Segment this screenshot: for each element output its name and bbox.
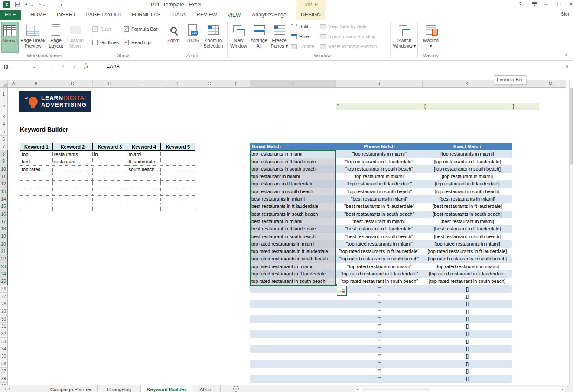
keyword-cell[interactable]: [93, 196, 127, 203]
row-header-9[interactable]: 9: [0, 158, 8, 165]
keyword-cell[interactable]: [53, 166, 93, 173]
broad-match-cell[interactable]: best restaurants in south beach: [250, 211, 336, 218]
keyword-cell[interactable]: [53, 196, 93, 203]
keyword-cell[interactable]: [127, 188, 161, 195]
exact-match-cell[interactable]: []: [423, 323, 512, 330]
row-header-34[interactable]: 34: [0, 345, 8, 353]
keyword-cell[interactable]: [93, 158, 127, 165]
broad-match-cell[interactable]: top restaurant in ft lauderdale: [250, 180, 336, 188]
keyword-cell[interactable]: [161, 181, 195, 188]
vertical-scrollbar-thumb[interactable]: [570, 88, 573, 164]
row-header-37[interactable]: 37: [0, 368, 8, 375]
row-header-12[interactable]: 12: [0, 181, 8, 188]
exact-match-cell[interactable]: [top restaurant in south beach]: [423, 188, 512, 195]
keyword-cell[interactable]: [161, 166, 195, 173]
keyword-cell[interactable]: [161, 151, 195, 158]
new-sheet-button[interactable]: +: [233, 386, 239, 392]
row-header-5[interactable]: 5: [0, 128, 8, 136]
exact-match-cell[interactable]: [top restaurants in ft lauderdale]: [423, 158, 512, 165]
keyword-cell[interactable]: [93, 173, 127, 181]
broad-match-cell[interactable]: [250, 360, 336, 368]
row-header-14[interactable]: 14: [0, 195, 8, 203]
keyword-cell[interactable]: restaurants: [53, 151, 93, 158]
exact-match-cell[interactable]: [top restaurants in miami]: [423, 150, 512, 158]
horizontal-scrollbar-thumb[interactable]: [363, 388, 430, 391]
sheet-tab-campaign-planner[interactable]: Campaign Planner: [45, 385, 98, 392]
exact-match-cell[interactable]: []: [423, 300, 512, 308]
keyword-cell[interactable]: [127, 196, 161, 203]
normal-view-button[interactable]: Normal: [1, 22, 19, 53]
row-header-11[interactable]: 11: [0, 173, 8, 180]
broad-match-cell[interactable]: top restaurants in south beach: [250, 165, 336, 173]
tab-data[interactable]: DATA: [167, 10, 191, 20]
headings-checkbox[interactable]: Headings: [124, 40, 151, 45]
exact-match-cell[interactable]: [best restaurant in ft lauderdale]: [423, 225, 512, 233]
phrase-match-cell[interactable]: "top restaurants in south beach": [336, 165, 423, 173]
help-icon[interactable]: ?: [519, 1, 522, 7]
broad-match-cell[interactable]: top restaurants in ft lauderdale: [250, 158, 336, 165]
keyword-cell[interactable]: [53, 181, 93, 188]
exact-match-cell[interactable]: []: [423, 375, 512, 382]
exact-match-cell[interactable]: [best restaurants in ft lauderdale]: [423, 203, 512, 210]
keyword-cell[interactable]: [20, 181, 53, 188]
column-header-D[interactable]: D: [93, 80, 127, 87]
tab-review[interactable]: REVIEW: [194, 10, 219, 20]
phrase-match-cell[interactable]: "top rated restaurant in south beach": [336, 278, 423, 285]
phrase-match-cell[interactable]: "top rated restaurants in ft lauderdale": [336, 248, 423, 255]
keyword-cell[interactable]: [93, 166, 127, 173]
phrase-match-cell[interactable]: "best restaurants in ft lauderdale": [336, 203, 423, 210]
column-header-F[interactable]: F: [161, 80, 195, 87]
phrase-match-cell[interactable]: "": [336, 293, 423, 300]
row-header-16[interactable]: 16: [0, 211, 8, 218]
sheet-nav-arrows[interactable]: ◂▸: [3, 386, 14, 391]
row-header-36[interactable]: 36: [0, 360, 8, 368]
phrase-match-cell[interactable]: "best restaurant in ft lauderdale": [336, 225, 423, 233]
tab-file[interactable]: FILE: [0, 10, 21, 20]
broad-match-cell[interactable]: [250, 293, 336, 300]
column-header-A[interactable]: A: [8, 80, 20, 87]
keyword-cell[interactable]: in: [93, 151, 127, 158]
row-header-8[interactable]: 8: [0, 150, 8, 158]
keyword-cell[interactable]: [20, 203, 53, 211]
broad-match-cell[interactable]: top restaurant in south beach: [250, 188, 336, 195]
exact-match-cell[interactable]: [best restaurants in south beach]: [423, 211, 512, 218]
keyword-cell[interactable]: miami: [127, 151, 161, 158]
sign-in-link[interactable]: Sign: [561, 11, 570, 16]
exact-match-cell[interactable]: []: [423, 360, 512, 368]
exact-match-cell[interactable]: []: [423, 308, 512, 315]
phrase-match-cell[interactable]: "top restaurants in miami": [336, 150, 423, 158]
broad-match-cell[interactable]: [250, 323, 336, 330]
insert-function-icon[interactable]: fx: [84, 63, 88, 70]
broad-match-cell[interactable]: [250, 308, 336, 315]
keyword-cell[interactable]: [20, 188, 53, 195]
column-header-B[interactable]: B: [20, 80, 52, 87]
broad-match-cell[interactable]: [250, 330, 336, 337]
vertical-scrollbar[interactable]: ▴: [569, 80, 573, 385]
row-header-10[interactable]: 10: [0, 165, 8, 173]
phrase-match-cell[interactable]: "best restaurant in miami": [336, 218, 423, 225]
row-header-7[interactable]: 7: [0, 143, 8, 150]
column-header-G[interactable]: G: [195, 80, 224, 87]
scroll-right-icon[interactable]: ▸: [562, 388, 563, 391]
gridlines-checkbox[interactable]: Gridlines: [92, 40, 119, 45]
expand-formula-bar-icon[interactable]: ∨: [566, 64, 569, 68]
exact-match-cell[interactable]: [top restaurants in south beach]: [423, 165, 512, 173]
broad-match-cell[interactable]: [250, 300, 336, 308]
broad-match-cell[interactable]: best restaurant in miami: [250, 218, 336, 225]
helper-cells-row[interactable]: " [ ]: [336, 103, 539, 110]
exact-match-cell[interactable]: []: [423, 293, 512, 300]
exact-match-cell[interactable]: [best restaurants in miami]: [423, 195, 512, 203]
keyword-cell[interactable]: [127, 173, 161, 181]
ribbon-display-options-icon[interactable]: [532, 2, 537, 7]
keyword-cell[interactable]: [93, 188, 127, 195]
row-header-38[interactable]: 38: [0, 375, 8, 382]
close-icon[interactable]: ×: [570, 1, 573, 7]
exact-match-cell[interactable]: [top rated restaurants in south beach]: [423, 255, 512, 262]
keyword-cell[interactable]: [20, 173, 53, 181]
phrase-match-cell[interactable]: "top restaurant in miami": [336, 173, 423, 180]
formula-bar-checkbox-box[interactable]: [124, 26, 129, 32]
broad-match-cell[interactable]: best restaurants in miami: [250, 195, 336, 203]
broad-match-cell[interactable]: top restaurant in miami: [250, 173, 336, 180]
scroll-up-icon[interactable]: ▴: [570, 80, 573, 87]
freeze-panes-button[interactable]: Freeze Panes ▾: [269, 22, 290, 53]
